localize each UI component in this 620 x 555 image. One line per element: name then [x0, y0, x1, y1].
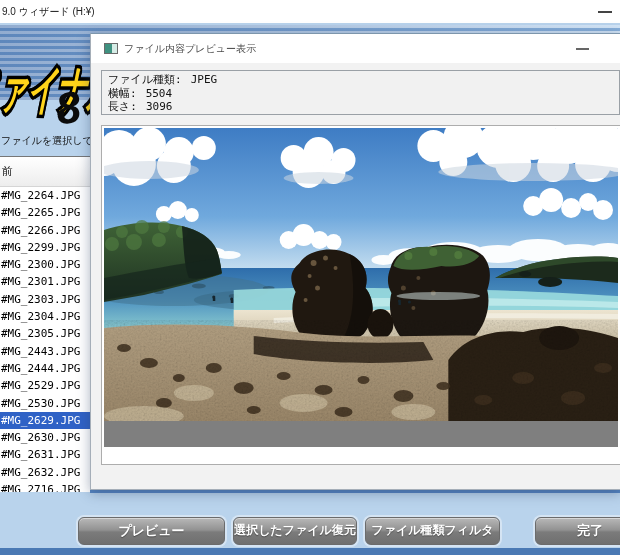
- preview-button[interactable]: プレビュー: [78, 517, 225, 545]
- restore-selected-files-button[interactable]: 選択したファイル復元: [233, 517, 357, 545]
- list-item[interactable]: #MG_2266.JPG: [0, 222, 90, 239]
- dialog-title: ファイル内容プレビュー表示: [124, 42, 256, 56]
- file-type-row: ファイル種類:JPEG: [108, 73, 619, 87]
- image-preview-area: [101, 125, 620, 465]
- list-item[interactable]: #MG_2305.JPG: [0, 325, 90, 342]
- list-item[interactable]: #MG_2300.JPG: [0, 256, 90, 273]
- file-list-rows: #MG_2264.JPG #MG_2265.JPG #MG_2266.JPG #…: [0, 187, 90, 492]
- image-width-row: 横幅:5504: [108, 87, 619, 101]
- file-list: 前 #MG_2264.JPG #MG_2265.JPG #MG_2266.JPG…: [0, 156, 91, 492]
- preview-window-icon: [104, 43, 118, 54]
- list-item[interactable]: #MG_2265.JPG: [0, 204, 90, 221]
- file-name: #MG_2299.JPG: [1, 241, 80, 254]
- file-name: #MG_2530.JPG: [1, 397, 80, 410]
- list-item[interactable]: #MG_2529.JPG: [0, 377, 90, 394]
- file-name: #MG_2264.JPG: [1, 189, 80, 202]
- file-name: #MG_2629.JPG: [1, 414, 80, 427]
- preview-dialog: ファイル内容プレビュー表示 ファイル種類:JPEG 横幅:5504 長さ:309…: [90, 33, 620, 490]
- file-name: #MG_2631.JPG: [1, 448, 80, 461]
- photo-preview: [104, 128, 618, 421]
- list-item[interactable]: #MG_2629.JPG: [0, 412, 90, 429]
- file-name: #MG_2716.JPG: [1, 483, 80, 492]
- list-item[interactable]: #MG_2304.JPG: [0, 308, 90, 325]
- file-name: #MG_2300.JPG: [1, 258, 80, 271]
- done-button[interactable]: 完了: [535, 517, 620, 545]
- list-item[interactable]: #MG_2299.JPG: [0, 239, 90, 256]
- minimize-icon[interactable]: [598, 11, 612, 13]
- list-item[interactable]: #MG_2303.JPG: [0, 291, 90, 308]
- file-name: #MG_2529.JPG: [1, 379, 80, 392]
- image-width-label: 横幅:: [108, 87, 137, 100]
- file-name: #MG_2305.JPG: [1, 327, 80, 340]
- file-name: #MG_2444.JPG: [1, 362, 80, 375]
- list-item[interactable]: #MG_2631.JPG: [0, 446, 90, 463]
- image-height-label: 長さ:: [108, 100, 137, 113]
- list-column-header-name[interactable]: 前: [0, 157, 90, 187]
- screen: 9.0 ウィザード (H:¥) ファイナル ファイナル 8 ファイルを選択してく…: [0, 0, 620, 555]
- file-name: #MG_2301.JPG: [1, 275, 80, 288]
- list-item[interactable]: #MG_2716.JPG: [0, 481, 90, 492]
- file-name: #MG_2265.JPG: [1, 206, 80, 219]
- list-item[interactable]: #MG_2630.JPG: [0, 429, 90, 446]
- file-name: #MG_2304.JPG: [1, 310, 80, 323]
- file-type-label: ファイル種類:: [108, 73, 182, 86]
- file-name: #MG_2443.JPG: [1, 345, 80, 358]
- file-name: #MG_2632.JPG: [1, 466, 80, 479]
- list-item[interactable]: #MG_2530.JPG: [0, 395, 90, 412]
- file-name: #MG_2303.JPG: [1, 293, 80, 306]
- list-item[interactable]: #MG_2443.JPG: [0, 343, 90, 360]
- list-item[interactable]: #MG_2632.JPG: [0, 464, 90, 481]
- file-name: #MG_2630.JPG: [1, 431, 80, 444]
- file-type-filter-button[interactable]: ファイル種類フィルタ: [365, 517, 500, 545]
- dialog-titlebar: ファイル内容プレビュー表示: [91, 34, 620, 63]
- minimize-icon[interactable]: [576, 48, 589, 50]
- list-item[interactable]: #MG_2264.JPG: [0, 187, 90, 204]
- file-info-panel: ファイル種類:JPEG 横幅:5504 長さ:3096: [101, 70, 620, 115]
- image-width-value: 5504: [146, 87, 173, 100]
- file-type-value: JPEG: [191, 73, 218, 86]
- preview-letterbox: [104, 421, 618, 447]
- image-height-row: 長さ:3096: [108, 100, 619, 114]
- content-divider: [90, 490, 620, 493]
- main-window-titlebar: 9.0 ウィザード (H:¥): [0, 0, 620, 23]
- image-height-value: 3096: [146, 100, 173, 113]
- list-item[interactable]: #MG_2301.JPG: [0, 273, 90, 290]
- list-item[interactable]: #MG_2444.JPG: [0, 360, 90, 377]
- main-window-title: 9.0 ウィザード (H:¥): [2, 5, 95, 19]
- window-bottom-strip: [0, 548, 620, 555]
- file-name: #MG_2266.JPG: [1, 224, 80, 237]
